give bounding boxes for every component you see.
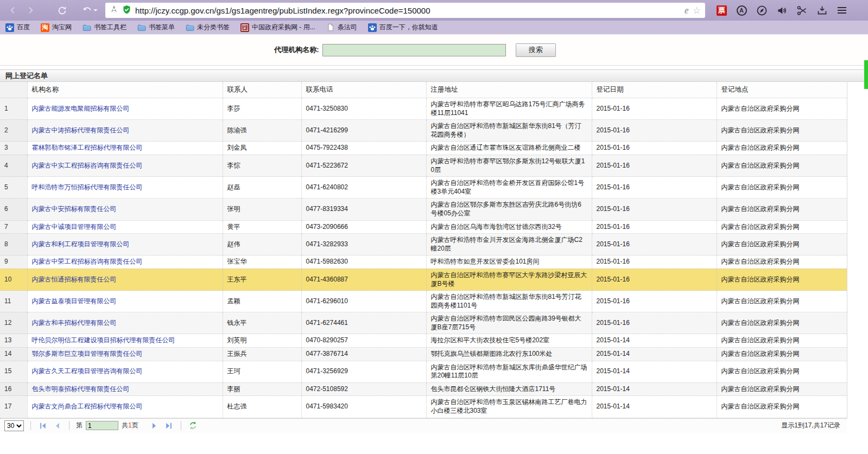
- agency-link[interactable]: 内蒙古中安招标有限责任公司: [32, 205, 117, 213]
- agency-link[interactable]: 呼伦贝尔明信工程建设项目招标代理有限责任公司: [32, 336, 175, 344]
- header-contact: 联系人: [223, 82, 301, 98]
- location-cell: 内蒙古自治区政府采购分网: [717, 361, 847, 382]
- bookmark-star-icon[interactable]: ☆: [693, 6, 701, 15]
- bookmarks-bar: 百度 淘 淘宝网 书签工具栏 书签菜单 未分类书签 采 中国政府采购网 - 用.…: [0, 21, 868, 34]
- bookmark-item[interactable]: 百度: [5, 23, 30, 32]
- bookmark-label: 条法司: [338, 23, 357, 32]
- ie-icon[interactable]: e: [685, 5, 689, 15]
- next-page-button[interactable]: [149, 421, 160, 431]
- date-cell: 2015-01-16: [592, 291, 717, 312]
- phone-cell: 0473-2090666: [301, 220, 426, 234]
- folder-icon: [137, 23, 146, 32]
- agency-link[interactable]: 内蒙古文尚鼎合工程招标代理有限公司: [32, 402, 143, 410]
- back-button[interactable]: [5, 3, 21, 18]
- page-size-select[interactable]: 30: [4, 420, 24, 431]
- table-row: 13 呼伦贝尔明信工程建设项目招标代理有限责任公司 刘英明 0470-82902…: [0, 334, 847, 348]
- header-agency-name: 机构名称: [27, 82, 223, 98]
- refresh-icon: [57, 5, 67, 16]
- agency-name-cell: 内蒙古益泰项目管理有限公司: [27, 291, 223, 312]
- scrollbar-thumb[interactable]: [864, 60, 868, 89]
- bookmark-item[interactable]: 条法司: [326, 23, 357, 32]
- location-cell: 内蒙古自治区政府采购分网: [717, 312, 847, 334]
- table-row: 2 内蒙古中涛招标代理有限责任公司 陈渝强 0471-4216299 内蒙古自治…: [0, 120, 847, 142]
- agency-link[interactable]: 内蒙古久天工程项目管理咨询有限公司: [32, 367, 143, 375]
- phone-cell: 0477-8319334: [301, 199, 426, 220]
- agency-link[interactable]: 呼和浩特市万恒招标代理有限责任公司: [32, 183, 143, 191]
- agency-link[interactable]: 内蒙古中涛招标代理有限责任公司: [32, 126, 130, 134]
- first-page-button[interactable]: [37, 421, 48, 431]
- contact-cell: 钱永平: [223, 312, 301, 334]
- agency-link[interactable]: 鄂尔多斯市巨立项目管理有限责任公司: [32, 350, 143, 357]
- search-button[interactable]: 搜索: [516, 43, 556, 57]
- record-count-summary: 显示1到17,共17记录: [781, 421, 842, 430]
- agency-name-cell: 内蒙古和丰招标代理有限公司: [27, 312, 223, 334]
- agency-link[interactable]: 内蒙古和利工程项目管理有限公司: [32, 240, 130, 248]
- address-cell: 包头市昆都仑区钢铁大街恒隆大酒店1711号: [426, 382, 592, 396]
- location-cell: 内蒙古自治区政府采购分网: [717, 255, 847, 269]
- menu-icon[interactable]: [835, 4, 848, 17]
- row-number: 17: [0, 396, 27, 418]
- agency-link[interactable]: 霍林郭勒市铭泽工程招标代理有限公司: [32, 144, 143, 151]
- date-cell: 2015-01-14: [592, 382, 717, 396]
- contact-cell: 张宝华: [223, 255, 301, 269]
- agency-link[interactable]: 内蒙古和丰招标代理有限公司: [32, 319, 117, 327]
- reader-mode-icon[interactable]: A: [735, 4, 748, 17]
- compass-icon[interactable]: [755, 4, 768, 17]
- header-date: 登记日期: [592, 82, 717, 98]
- row-number: 1: [0, 98, 27, 120]
- last-page-button[interactable]: [163, 421, 174, 431]
- separator: [181, 421, 181, 430]
- agency-link[interactable]: 内蒙古中荣工程招标咨询有限责任公司: [32, 258, 143, 265]
- location-cell: 内蒙古自治区政府采购分网: [717, 120, 847, 142]
- row-number: 15: [0, 361, 27, 382]
- prev-page-button[interactable]: [52, 421, 62, 431]
- bookmark-item[interactable]: 采 中国政府采购网 - 用...: [240, 23, 315, 32]
- url-text[interactable]: http://jczy.ccgp.gov.cn/gs1/gs1agentreg/…: [135, 6, 681, 15]
- location-cell: 内蒙古自治区政府采购分网: [717, 291, 847, 312]
- row-number: 11: [0, 291, 27, 312]
- agency-name-input[interactable]: [322, 44, 506, 56]
- current-page-input[interactable]: [86, 421, 118, 430]
- url-bar[interactable]: http://jczy.ccgp.gov.cn/gs1/gs1agentreg/…: [105, 3, 705, 18]
- search-area: 代理机构名称: 搜索: [0, 34, 868, 66]
- agency-link[interactable]: 内蒙古益泰项目管理有限公司: [32, 297, 117, 305]
- bookmark-item[interactable]: 百度一下，你就知道: [368, 23, 438, 32]
- agency-link[interactable]: 内蒙古恒通招标有限责任公司: [32, 276, 117, 283]
- security-shield-icon[interactable]: [122, 5, 131, 16]
- header-phone: 联系电话: [301, 82, 426, 98]
- agency-link[interactable]: 内蒙古中诚项目管理有限公司: [32, 223, 117, 231]
- address-cell: 内蒙古自治区呼和浩特市新城区东库街鼎盛华世纪广场第20幢11层10层: [426, 361, 592, 382]
- location-cell: 内蒙古自治区政府采购分网: [717, 334, 847, 348]
- agency-link[interactable]: 内蒙古能源发电聚能招标有限公司: [32, 105, 130, 112]
- folder-icon: [186, 23, 194, 32]
- location-cell: 内蒙古自治区政府采购分网: [717, 142, 847, 155]
- total-pages-label: 共1页: [122, 421, 138, 430]
- scissors-icon[interactable]: [795, 4, 808, 17]
- agency-link[interactable]: 内蒙古中实工程招标咨询有限责任公司: [32, 162, 143, 169]
- location-cell: 内蒙古自治区政府采购分网: [717, 177, 847, 199]
- table-row: 15 内蒙古久天工程项目管理咨询有限公司 王珂 0471-3256929 内蒙古…: [0, 361, 847, 382]
- separator: [69, 421, 69, 430]
- undo-dropdown-caret[interactable]: [93, 9, 98, 11]
- agency-link[interactable]: 包头市明泰招标代理有限责任公司: [32, 385, 130, 393]
- undo-button[interactable]: [79, 3, 100, 18]
- bookmark-item[interactable]: 未分类书签: [186, 23, 230, 32]
- date-cell: 2015-01-16: [592, 142, 717, 155]
- contact-cell: 赵磊: [223, 177, 301, 199]
- send-icon[interactable]: [110, 5, 118, 16]
- phone-cell: 0471-3282933: [301, 234, 426, 255]
- ticket-badge-icon[interactable]: 票: [715, 4, 728, 17]
- date-cell: 2015-01-16: [592, 98, 717, 120]
- date-cell: 2015-01-14: [592, 361, 717, 382]
- refresh-button[interactable]: [54, 3, 69, 18]
- bookmark-item[interactable]: 淘 淘宝网: [41, 23, 72, 32]
- speaker-icon[interactable]: [775, 4, 788, 17]
- bookmark-item[interactable]: 书签菜单: [137, 23, 175, 32]
- row-number: 7: [0, 220, 27, 234]
- forward-button[interactable]: [23, 3, 38, 18]
- bookmark-item[interactable]: 书签工具栏: [83, 23, 126, 32]
- address-cell: 内蒙古呼和浩特市金川开发区金海路北侧金厦广场C2幢20层: [426, 234, 592, 255]
- reload-grid-button[interactable]: [188, 421, 199, 431]
- download-icon[interactable]: [815, 4, 828, 17]
- agency-name-cell: 包头市明泰招标代理有限责任公司: [27, 382, 223, 396]
